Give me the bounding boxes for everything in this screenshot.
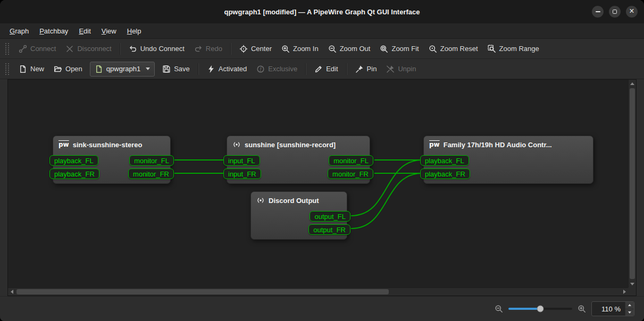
exclusive-icon: f [256, 65, 265, 73]
redo-button: Redo [190, 42, 227, 56]
redo-label: Redo [206, 45, 222, 53]
minimize-button[interactable] [592, 6, 604, 18]
zoom-in-icon[interactable] [578, 305, 586, 313]
undo-connect-button[interactable]: Undo Connect [124, 42, 189, 56]
scroll-left-button[interactable] [8, 288, 15, 295]
zoom-out-button[interactable]: Zoom Out [324, 42, 375, 56]
patchbay-selector[interactable]: qpwgraph1 [90, 62, 155, 77]
new-label: New [30, 65, 44, 73]
port-monitor-fr[interactable]: monitor_FR [328, 168, 373, 179]
arrow-right-icon [623, 290, 626, 294]
new-file-icon [19, 65, 27, 73]
pencil-icon [314, 65, 323, 73]
disconnect-button: Disconnect [61, 42, 115, 56]
zoom-slider-handle[interactable] [537, 306, 544, 312]
port-monitor-fl[interactable]: monitor_FL [329, 155, 373, 166]
zoom-fit-button[interactable]: Zoom Fit [375, 42, 423, 56]
arrow-up-icon [630, 82, 634, 85]
scroll-down-button[interactable] [629, 280, 636, 288]
undo-icon [129, 45, 137, 53]
edit-button[interactable]: Edit [310, 62, 342, 76]
port-playback-fr[interactable]: playback_FR [49, 168, 99, 179]
arrow-up-icon [628, 304, 631, 306]
titlebar: qpwgraph1 [modified] — A PipeWire Graph … [0, 0, 644, 23]
open-button[interactable]: Open [49, 62, 87, 76]
arrow-down-icon [628, 311, 631, 314]
zoom-value[interactable]: 110 % [592, 302, 625, 316]
node-title: Family 17h/19h HD Audio Contr... [444, 141, 552, 149]
menu-patchbay[interactable]: Patchbay [34, 23, 73, 38]
window-controls: × [592, 0, 638, 23]
zoom-reset-label: Zoom Reset [440, 45, 478, 53]
menu-edit[interactable]: Edit [73, 23, 96, 38]
port-playback-fr[interactable]: playback_FR [420, 168, 470, 179]
port-input-fr[interactable]: input_FR [223, 168, 261, 179]
zoom-out-icon [328, 45, 337, 53]
undo-label: Undo Connect [140, 45, 185, 53]
node-discord-output[interactable]: Discord Output output_FL output_FR [250, 191, 347, 240]
port-output-fl[interactable]: output_FL [310, 211, 350, 222]
unpin-button: Unpin [382, 62, 420, 76]
save-button[interactable]: Save [158, 62, 194, 76]
node-sink-sunshine-stereo[interactable]: pw sink-sunshine-stereo playback_FL moni… [53, 136, 171, 184]
toolbar-drag-handle[interactable] [5, 43, 9, 55]
close-button[interactable]: × [626, 6, 638, 18]
connect-icon [19, 45, 27, 53]
pin-label: Pin [367, 65, 377, 73]
speaker-icon [256, 196, 265, 205]
zoom-reset-button[interactable]: Zoom Reset [424, 42, 482, 56]
center-label: Center [251, 45, 272, 53]
activated-toggle[interactable]: Activated [203, 62, 251, 76]
app-window: qpwgraph1 [modified] — A PipeWire Graph … [0, 0, 644, 321]
node-ports: playback_FL monitor_FL playback_FR monit… [53, 155, 170, 179]
menu-graph[interactable]: Graph [4, 23, 34, 38]
edit-label: Edit [326, 65, 338, 73]
node-header: pw sink-sunshine-stereo [53, 136, 170, 153]
port-monitor-fl[interactable]: monitor_FL [129, 155, 174, 166]
zoom-fit-icon [380, 45, 388, 53]
vertical-scrollbar[interactable] [628, 80, 636, 288]
pipewire-icon: pw [58, 141, 69, 148]
zoom-slider[interactable] [508, 304, 572, 314]
horizontal-scrollbar-thumb[interactable] [16, 289, 389, 294]
zoom-range-button[interactable]: Zoom Range [483, 42, 543, 56]
port-playback-fl[interactable]: playback_FL [420, 155, 469, 166]
zoom-out-label: Zoom Out [340, 45, 371, 53]
graph-canvas[interactable]: pw sink-sunshine-stereo playback_FL moni… [8, 80, 628, 288]
connect-button: Connect [14, 42, 60, 56]
horizontal-scrollbar[interactable] [8, 288, 628, 295]
zoom-step-down-button[interactable] [625, 309, 634, 316]
arrow-down-icon [630, 283, 634, 285]
menu-help[interactable]: Help [122, 23, 147, 38]
scroll-up-button[interactable] [629, 80, 636, 87]
zoom-in-label: Zoom In [293, 45, 319, 53]
new-button[interactable]: New [14, 62, 48, 76]
redo-icon [194, 45, 203, 53]
zoom-in-button[interactable]: Zoom In [277, 42, 323, 56]
node-family-hd-audio[interactable]: pw Family 17h/19h HD Audio Contr... play… [423, 136, 593, 184]
port-input-fl[interactable]: input_FL [223, 155, 260, 166]
vertical-scrollbar-thumb[interactable] [630, 88, 635, 279]
port-output-fr[interactable]: output_FR [308, 224, 350, 235]
maximize-button[interactable] [609, 6, 621, 18]
lightning-icon [207, 65, 215, 73]
center-button[interactable]: Center [235, 42, 276, 56]
toolbar-drag-handle[interactable] [5, 63, 9, 75]
zoom-out-icon[interactable] [495, 305, 503, 313]
zoom-step-up-button[interactable] [625, 302, 634, 309]
scroll-right-button[interactable] [621, 288, 628, 295]
node-ports: playback_FL playback_FR [424, 155, 593, 179]
menu-help-label: Help [127, 27, 141, 35]
node-header: Discord Output [251, 192, 347, 209]
toolbar-separator [346, 63, 347, 75]
menu-patchbay-label: Patchbay [39, 27, 68, 35]
node-sunshine[interactable]: sunshine [sunshine-record] input_FL moni… [227, 136, 370, 184]
port-monitor-fr[interactable]: monitor_FR [128, 168, 174, 179]
pin-button[interactable]: Pin [351, 62, 381, 76]
menubar: Graph Patchbay Edit View Help [0, 23, 644, 39]
menu-view[interactable]: View [96, 23, 122, 38]
scrollbar-corner [628, 288, 636, 295]
port-playback-fl[interactable]: playback_FL [49, 155, 98, 166]
zoom-spinbox[interactable]: 110 % [591, 301, 634, 316]
close-icon: × [629, 7, 634, 15]
